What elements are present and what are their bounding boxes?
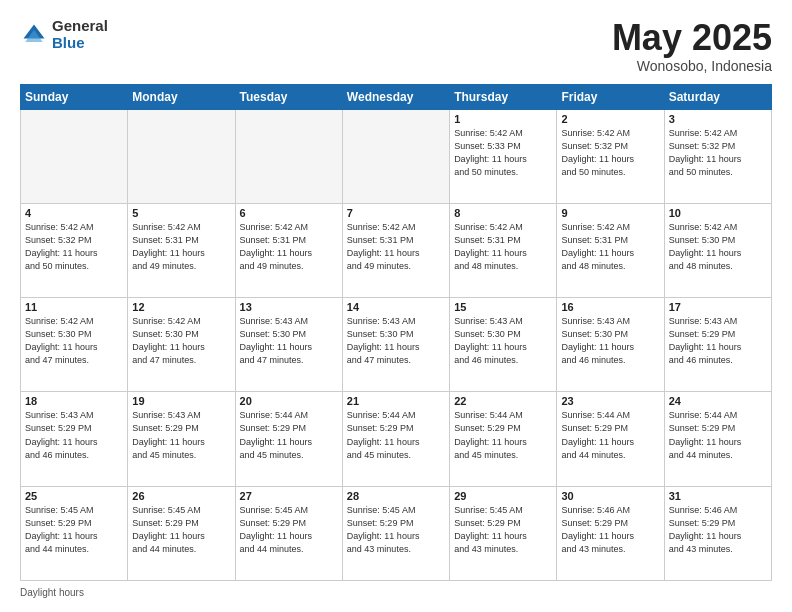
day-number: 9 [561, 207, 659, 219]
day-info: Sunrise: 5:44 AM Sunset: 5:29 PM Dayligh… [561, 409, 659, 461]
day-info: Sunrise: 5:42 AM Sunset: 5:31 PM Dayligh… [240, 221, 338, 273]
day-number: 25 [25, 490, 123, 502]
day-info: Sunrise: 5:45 AM Sunset: 5:29 PM Dayligh… [454, 504, 552, 556]
day-info: Sunrise: 5:42 AM Sunset: 5:31 PM Dayligh… [347, 221, 445, 273]
day-info: Sunrise: 5:43 AM Sunset: 5:30 PM Dayligh… [240, 315, 338, 367]
day-number: 16 [561, 301, 659, 313]
calendar-cell: 24Sunrise: 5:44 AM Sunset: 5:29 PM Dayli… [664, 392, 771, 486]
day-number: 24 [669, 395, 767, 407]
calendar-week-4: 25Sunrise: 5:45 AM Sunset: 5:29 PM Dayli… [21, 486, 772, 580]
day-number: 23 [561, 395, 659, 407]
day-info: Sunrise: 5:46 AM Sunset: 5:29 PM Dayligh… [669, 504, 767, 556]
calendar-cell: 27Sunrise: 5:45 AM Sunset: 5:29 PM Dayli… [235, 486, 342, 580]
day-info: Sunrise: 5:44 AM Sunset: 5:29 PM Dayligh… [347, 409, 445, 461]
day-number: 20 [240, 395, 338, 407]
day-info: Sunrise: 5:45 AM Sunset: 5:29 PM Dayligh… [240, 504, 338, 556]
calendar: SundayMondayTuesdayWednesdayThursdayFrid… [20, 84, 772, 581]
day-info: Sunrise: 5:42 AM Sunset: 5:31 PM Dayligh… [454, 221, 552, 273]
logo-general-text: General [52, 18, 108, 35]
day-number: 10 [669, 207, 767, 219]
calendar-cell: 6Sunrise: 5:42 AM Sunset: 5:31 PM Daylig… [235, 203, 342, 297]
day-number: 29 [454, 490, 552, 502]
day-info: Sunrise: 5:42 AM Sunset: 5:32 PM Dayligh… [561, 127, 659, 179]
footer-text: Daylight hours [20, 587, 84, 598]
calendar-cell: 17Sunrise: 5:43 AM Sunset: 5:29 PM Dayli… [664, 298, 771, 392]
day-info: Sunrise: 5:44 AM Sunset: 5:29 PM Dayligh… [240, 409, 338, 461]
calendar-cell: 10Sunrise: 5:42 AM Sunset: 5:30 PM Dayli… [664, 203, 771, 297]
day-number: 7 [347, 207, 445, 219]
calendar-header-friday: Friday [557, 84, 664, 109]
day-info: Sunrise: 5:45 AM Sunset: 5:29 PM Dayligh… [25, 504, 123, 556]
calendar-cell: 29Sunrise: 5:45 AM Sunset: 5:29 PM Dayli… [450, 486, 557, 580]
day-info: Sunrise: 5:43 AM Sunset: 5:30 PM Dayligh… [454, 315, 552, 367]
calendar-cell: 23Sunrise: 5:44 AM Sunset: 5:29 PM Dayli… [557, 392, 664, 486]
calendar-week-3: 18Sunrise: 5:43 AM Sunset: 5:29 PM Dayli… [21, 392, 772, 486]
day-number: 14 [347, 301, 445, 313]
calendar-cell: 18Sunrise: 5:43 AM Sunset: 5:29 PM Dayli… [21, 392, 128, 486]
day-number: 30 [561, 490, 659, 502]
day-info: Sunrise: 5:44 AM Sunset: 5:29 PM Dayligh… [454, 409, 552, 461]
logo: General Blue [20, 18, 108, 51]
day-number: 1 [454, 113, 552, 125]
day-number: 15 [454, 301, 552, 313]
title-block: May 2025 Wonosobo, Indonesia [612, 18, 772, 74]
day-info: Sunrise: 5:45 AM Sunset: 5:29 PM Dayligh… [132, 504, 230, 556]
calendar-cell: 30Sunrise: 5:46 AM Sunset: 5:29 PM Dayli… [557, 486, 664, 580]
day-number: 13 [240, 301, 338, 313]
day-number: 31 [669, 490, 767, 502]
day-number: 12 [132, 301, 230, 313]
day-number: 5 [132, 207, 230, 219]
calendar-week-1: 4Sunrise: 5:42 AM Sunset: 5:32 PM Daylig… [21, 203, 772, 297]
calendar-cell: 5Sunrise: 5:42 AM Sunset: 5:31 PM Daylig… [128, 203, 235, 297]
calendar-week-0: 1Sunrise: 5:42 AM Sunset: 5:33 PM Daylig… [21, 109, 772, 203]
calendar-cell: 16Sunrise: 5:43 AM Sunset: 5:30 PM Dayli… [557, 298, 664, 392]
calendar-cell: 12Sunrise: 5:42 AM Sunset: 5:30 PM Dayli… [128, 298, 235, 392]
logo-icon [20, 21, 48, 49]
calendar-header-row: SundayMondayTuesdayWednesdayThursdayFrid… [21, 84, 772, 109]
day-info: Sunrise: 5:42 AM Sunset: 5:33 PM Dayligh… [454, 127, 552, 179]
footer: Daylight hours [20, 587, 772, 598]
day-number: 17 [669, 301, 767, 313]
calendar-cell: 9Sunrise: 5:42 AM Sunset: 5:31 PM Daylig… [557, 203, 664, 297]
day-info: Sunrise: 5:42 AM Sunset: 5:30 PM Dayligh… [25, 315, 123, 367]
day-info: Sunrise: 5:43 AM Sunset: 5:30 PM Dayligh… [561, 315, 659, 367]
calendar-cell: 7Sunrise: 5:42 AM Sunset: 5:31 PM Daylig… [342, 203, 449, 297]
calendar-cell: 15Sunrise: 5:43 AM Sunset: 5:30 PM Dayli… [450, 298, 557, 392]
day-number: 4 [25, 207, 123, 219]
calendar-cell: 22Sunrise: 5:44 AM Sunset: 5:29 PM Dayli… [450, 392, 557, 486]
page: General Blue May 2025 Wonosobo, Indonesi… [0, 0, 792, 612]
calendar-cell: 28Sunrise: 5:45 AM Sunset: 5:29 PM Dayli… [342, 486, 449, 580]
calendar-cell: 19Sunrise: 5:43 AM Sunset: 5:29 PM Dayli… [128, 392, 235, 486]
day-info: Sunrise: 5:43 AM Sunset: 5:29 PM Dayligh… [132, 409, 230, 461]
day-info: Sunrise: 5:42 AM Sunset: 5:30 PM Dayligh… [132, 315, 230, 367]
day-info: Sunrise: 5:42 AM Sunset: 5:30 PM Dayligh… [669, 221, 767, 273]
day-number: 21 [347, 395, 445, 407]
day-number: 22 [454, 395, 552, 407]
calendar-cell: 25Sunrise: 5:45 AM Sunset: 5:29 PM Dayli… [21, 486, 128, 580]
day-info: Sunrise: 5:43 AM Sunset: 5:29 PM Dayligh… [669, 315, 767, 367]
day-info: Sunrise: 5:42 AM Sunset: 5:31 PM Dayligh… [561, 221, 659, 273]
calendar-header-wednesday: Wednesday [342, 84, 449, 109]
calendar-cell: 11Sunrise: 5:42 AM Sunset: 5:30 PM Dayli… [21, 298, 128, 392]
subtitle: Wonosobo, Indonesia [612, 58, 772, 74]
header: General Blue May 2025 Wonosobo, Indonesi… [20, 18, 772, 74]
day-info: Sunrise: 5:43 AM Sunset: 5:29 PM Dayligh… [25, 409, 123, 461]
day-info: Sunrise: 5:43 AM Sunset: 5:30 PM Dayligh… [347, 315, 445, 367]
day-number: 28 [347, 490, 445, 502]
day-number: 18 [25, 395, 123, 407]
day-info: Sunrise: 5:44 AM Sunset: 5:29 PM Dayligh… [669, 409, 767, 461]
logo-blue-text: Blue [52, 35, 108, 52]
calendar-cell: 26Sunrise: 5:45 AM Sunset: 5:29 PM Dayli… [128, 486, 235, 580]
calendar-header-sunday: Sunday [21, 84, 128, 109]
calendar-cell: 31Sunrise: 5:46 AM Sunset: 5:29 PM Dayli… [664, 486, 771, 580]
day-info: Sunrise: 5:42 AM Sunset: 5:32 PM Dayligh… [669, 127, 767, 179]
day-number: 3 [669, 113, 767, 125]
calendar-cell [342, 109, 449, 203]
calendar-cell [21, 109, 128, 203]
calendar-cell [128, 109, 235, 203]
month-title: May 2025 [612, 18, 772, 58]
day-number: 11 [25, 301, 123, 313]
calendar-header-monday: Monday [128, 84, 235, 109]
calendar-cell [235, 109, 342, 203]
day-number: 27 [240, 490, 338, 502]
